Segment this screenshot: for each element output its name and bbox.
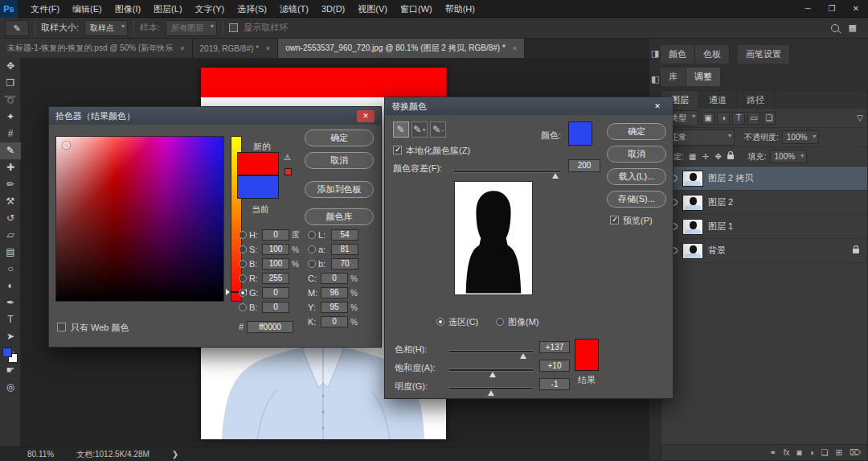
- color-libraries-button[interactable]: 颜色库: [305, 208, 374, 225]
- save-button[interactable]: 存储(S)...: [607, 191, 666, 208]
- component-input[interactable]: 0: [262, 302, 289, 313]
- menu-item[interactable]: 编辑(E): [66, 0, 108, 18]
- web-only-checkbox[interactable]: [57, 323, 66, 331]
- blend-mode-dropdown[interactable]: 正常: [665, 130, 735, 146]
- hand-tool[interactable]: ☛: [0, 362, 21, 379]
- panel-tab[interactable]: 颜色: [661, 45, 695, 64]
- lock-transparency-icon[interactable]: ▦: [687, 152, 698, 161]
- history-brush-tool[interactable]: ↺: [0, 210, 21, 227]
- component-input[interactable]: 54: [331, 229, 358, 241]
- component-radio[interactable]: [239, 260, 247, 268]
- collapsed-panel-icon[interactable]: ◧: [651, 74, 659, 84]
- menu-item[interactable]: 窗口(W): [394, 0, 439, 18]
- dodge-tool[interactable]: ◐: [0, 278, 21, 294]
- panel-tab[interactable]: 色板: [695, 45, 730, 64]
- component-input[interactable]: 0: [321, 316, 348, 327]
- layer-row[interactable]: 图层 1: [661, 215, 867, 239]
- layer-thumbnail[interactable]: [682, 219, 703, 235]
- hue-slider[interactable]: [448, 350, 534, 353]
- minimize-button[interactable]: ─: [796, 0, 820, 18]
- selection-radio[interactable]: [436, 318, 444, 326]
- crop-tool[interactable]: #: [0, 126, 21, 142]
- maximize-button[interactable]: ❐: [820, 0, 844, 18]
- show-sampling-ring-checkbox[interactable]: [229, 23, 238, 32]
- current-tool-icon[interactable]: ✎: [5, 20, 29, 36]
- lasso-tool[interactable]: ➰: [0, 92, 21, 109]
- sample-size-dropdown[interactable]: 取样点: [84, 20, 128, 36]
- current-color-swatch[interactable]: [237, 175, 279, 199]
- document-tab[interactable]: 未标题-1-恢复的-恢复的.psd @ 50% (新年快乐 ×: [0, 39, 193, 58]
- sa​turation-input[interactable]: +10: [539, 360, 570, 372]
- cancel-button[interactable]: 取消: [607, 146, 666, 163]
- component-radio[interactable]: [239, 289, 247, 297]
- zoom-level[interactable]: 80.11%: [27, 450, 54, 459]
- localized-clusters-checkbox[interactable]: [393, 146, 402, 154]
- tab-close-icon[interactable]: ×: [180, 44, 184, 52]
- component-input[interactable]: 96: [321, 287, 348, 298]
- component-radio[interactable]: [239, 231, 247, 239]
- panel-tab[interactable]: 库: [661, 68, 686, 86]
- menu-item[interactable]: 滤镜(T): [273, 0, 315, 18]
- panel-tab[interactable]: 路径: [737, 91, 775, 109]
- lightness-slider[interactable]: [448, 387, 534, 390]
- gradient-tool[interactable]: ▤: [0, 244, 21, 261]
- lock-paint-icon[interactable]: ✛: [700, 152, 711, 161]
- component-input[interactable]: 255: [262, 273, 289, 284]
- component-radio[interactable]: [239, 245, 247, 253]
- image-radio[interactable]: [496, 318, 504, 326]
- layer-effects-icon[interactable]: fx: [784, 448, 790, 457]
- clone-stamp-tool[interactable]: ⚒: [0, 193, 21, 210]
- color-field[interactable]: [55, 136, 224, 302]
- saturation-slider-thumb[interactable]: [489, 372, 496, 377]
- ok-button[interactable]: 确定: [305, 130, 374, 146]
- fuzziness-input[interactable]: 200: [568, 159, 600, 172]
- component-input[interactable]: 81: [331, 244, 358, 255]
- lock-position-icon[interactable]: ✥: [713, 152, 724, 161]
- preview-checkbox[interactable]: [610, 216, 619, 224]
- web-safe-swatch[interactable]: [285, 168, 292, 175]
- hex-input[interactable]: ff0000: [247, 321, 293, 333]
- hue-slider-thumb[interactable]: [520, 353, 526, 359]
- component-radio[interactable]: [308, 245, 316, 253]
- tab-brush-settings[interactable]: 画笔设置: [738, 45, 790, 64]
- document-tab[interactable]: 2019, RGB/8#) * ×: [193, 39, 279, 58]
- fill-dropdown[interactable]: 100%: [770, 150, 808, 163]
- component-radio[interactable]: [239, 303, 247, 311]
- menu-item[interactable]: 3D(D): [315, 0, 351, 18]
- menu-item[interactable]: 文件(F): [24, 0, 66, 18]
- component-input[interactable]: 0: [262, 229, 289, 241]
- selected-color-swatch[interactable]: [568, 121, 592, 146]
- layer-thumbnail[interactable]: [682, 171, 703, 187]
- status-chevron-icon[interactable]: ❯: [172, 450, 178, 459]
- subtract-from-sample-eyedropper[interactable]: ✎-: [430, 121, 446, 138]
- layer-filter-toggle-icon[interactable]: ▽: [857, 113, 863, 122]
- lock-all-icon[interactable]: [727, 154, 734, 159]
- dialog-title-bar[interactable]: 替换颜色 ✕: [385, 97, 673, 115]
- load-button[interactable]: 载入(L)...: [607, 168, 666, 185]
- component-radio[interactable]: [239, 274, 247, 282]
- opacity-dropdown[interactable]: 100%: [782, 130, 820, 144]
- tab-close-icon[interactable]: ×: [266, 44, 270, 52]
- eraser-tool[interactable]: ▱: [0, 227, 21, 244]
- add-to-swatches-button[interactable]: 添加到色板: [305, 181, 374, 198]
- hue-input[interactable]: +137: [539, 341, 570, 353]
- component-input[interactable]: 95: [321, 302, 348, 313]
- saturation-slider[interactable]: [448, 368, 534, 372]
- lightness-input[interactable]: -1: [539, 378, 570, 390]
- link-layers-icon[interactable]: ⚭: [769, 448, 776, 457]
- sample-eyedropper[interactable]: ✎: [393, 121, 409, 138]
- layer-row[interactable]: 图层 2 拷贝: [661, 167, 867, 191]
- marquee-tool[interactable]: ❒: [0, 75, 21, 92]
- filter-type-layers-icon[interactable]: T: [732, 112, 745, 125]
- move-tool[interactable]: ✥: [0, 58, 21, 75]
- eyedropper-tool[interactable]: ✎: [0, 142, 21, 159]
- search-icon[interactable]: [831, 24, 839, 32]
- layer-group-icon[interactable]: ❏: [821, 448, 829, 457]
- menu-item[interactable]: 视图(V): [351, 0, 394, 18]
- quick-selection-tool[interactable]: ✦: [0, 109, 21, 126]
- document-tab[interactable]: own-2553537_960_720.jpg @ 80.1% (图层 2 拷贝…: [278, 39, 525, 58]
- menu-item[interactable]: 图像(I): [108, 0, 147, 18]
- foreground-color-swatch[interactable]: [2, 348, 12, 357]
- panel-tab[interactable]: 通道: [699, 91, 737, 109]
- layer-row[interactable]: 背景: [661, 239, 867, 263]
